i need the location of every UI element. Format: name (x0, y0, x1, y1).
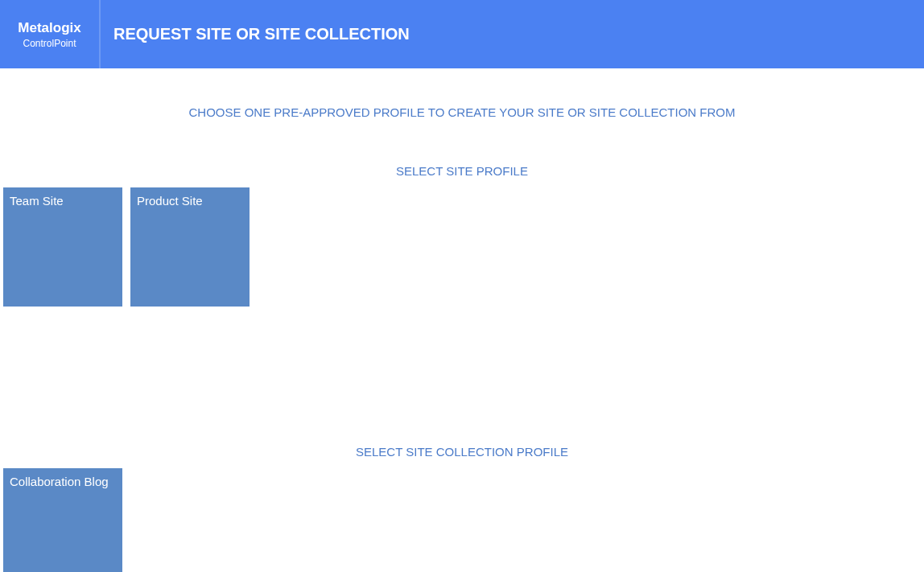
logo-title: Metalogix (18, 20, 80, 36)
site-collection-profile-heading: SELECT SITE COLLECTION PROFILE (0, 445, 924, 459)
tile-label: Product Site (137, 194, 203, 208)
page-title: REQUEST SITE OR SITE COLLECTION (101, 0, 924, 68)
profile-tile-team-site[interactable]: Team Site (3, 187, 122, 307)
tile-label: Collaboration Blog (10, 475, 109, 488)
site-collection-profile-tiles: Collaboration Blog (0, 468, 924, 572)
site-profile-tiles: Team Site Product Site (0, 187, 924, 307)
instruction-text: CHOOSE ONE PRE-APPROVED PROFILE TO CREAT… (0, 105, 924, 119)
profile-tile-product-site[interactable]: Product Site (130, 187, 250, 307)
logo-subtitle: ControlPoint (23, 38, 76, 49)
tile-label: Team Site (10, 194, 64, 208)
site-profile-heading: SELECT SITE PROFILE (0, 164, 924, 178)
profile-tile-collaboration-blog[interactable]: Collaboration Blog (3, 468, 122, 572)
app-logo: Metalogix ControlPoint (0, 0, 101, 68)
app-header: Metalogix ControlPoint REQUEST SITE OR S… (0, 0, 924, 70)
